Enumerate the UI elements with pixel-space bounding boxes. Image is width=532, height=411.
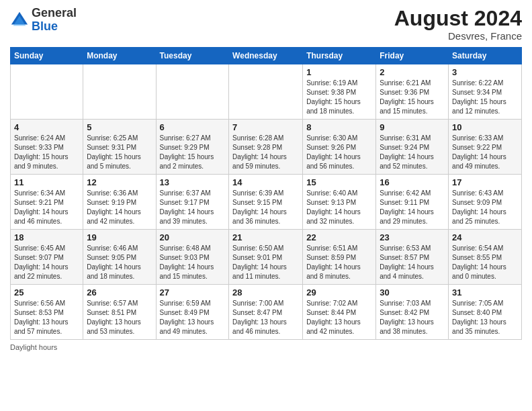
day-info: Sunrise: 7:00 AM Sunset: 8:47 PM Dayligh… bbox=[232, 299, 299, 336]
calendar-cell: 8Sunrise: 6:30 AM Sunset: 9:26 PM Daylig… bbox=[303, 120, 376, 175]
calendar-cell: 27Sunrise: 6:59 AM Sunset: 8:49 PM Dayli… bbox=[156, 285, 229, 340]
day-number: 31 bbox=[452, 287, 518, 298]
day-header-sunday: Sunday bbox=[11, 48, 83, 64]
calendar-cell: 3Sunrise: 6:22 AM Sunset: 9:34 PM Daylig… bbox=[449, 64, 522, 120]
calendar-cell: 23Sunrise: 6:53 AM Sunset: 8:57 PM Dayli… bbox=[376, 230, 449, 285]
day-number: 20 bbox=[160, 232, 226, 242]
calendar-cell: 31Sunrise: 7:05 AM Sunset: 8:40 PM Dayli… bbox=[449, 285, 522, 340]
day-info: Sunrise: 6:27 AM Sunset: 9:29 PM Dayligh… bbox=[160, 134, 226, 171]
day-number: 24 bbox=[452, 232, 518, 242]
day-number: 19 bbox=[87, 232, 152, 242]
calendar-cell: 5Sunrise: 6:25 AM Sunset: 9:31 PM Daylig… bbox=[83, 120, 156, 175]
day-info: Sunrise: 7:03 AM Sunset: 8:42 PM Dayligh… bbox=[380, 299, 445, 336]
calendar-cell: 25Sunrise: 6:56 AM Sunset: 8:53 PM Dayli… bbox=[11, 285, 83, 340]
day-number: 11 bbox=[14, 177, 79, 187]
day-info: Sunrise: 6:43 AM Sunset: 9:09 PM Dayligh… bbox=[452, 189, 518, 226]
day-info: Sunrise: 6:30 AM Sunset: 9:26 PM Dayligh… bbox=[306, 134, 372, 171]
day-number: 22 bbox=[306, 232, 372, 242]
day-number: 14 bbox=[232, 177, 299, 187]
location-subtitle: Desvres, France bbox=[394, 30, 522, 42]
calendar-cell: 7Sunrise: 6:28 AM Sunset: 9:28 PM Daylig… bbox=[229, 120, 303, 175]
day-info: Sunrise: 6:39 AM Sunset: 9:15 PM Dayligh… bbox=[232, 189, 299, 226]
day-info: Sunrise: 6:50 AM Sunset: 9:01 PM Dayligh… bbox=[232, 244, 299, 281]
month-year-title: August 2024 bbox=[394, 7, 522, 30]
day-info: Sunrise: 6:59 AM Sunset: 8:49 PM Dayligh… bbox=[160, 299, 226, 336]
day-info: Sunrise: 6:48 AM Sunset: 9:03 PM Dayligh… bbox=[160, 244, 226, 281]
calendar-cell: 19Sunrise: 6:46 AM Sunset: 9:05 PM Dayli… bbox=[83, 230, 156, 285]
day-header-tuesday: Tuesday bbox=[156, 48, 229, 64]
calendar-cell: 6Sunrise: 6:27 AM Sunset: 9:29 PM Daylig… bbox=[156, 120, 229, 175]
day-number: 16 bbox=[380, 177, 445, 187]
calendar-cell: 13Sunrise: 6:37 AM Sunset: 9:17 PM Dayli… bbox=[156, 175, 229, 230]
day-info: Sunrise: 6:51 AM Sunset: 8:59 PM Dayligh… bbox=[306, 244, 372, 281]
day-info: Sunrise: 6:42 AM Sunset: 9:11 PM Dayligh… bbox=[380, 189, 445, 226]
week-row-2: 4Sunrise: 6:24 AM Sunset: 9:33 PM Daylig… bbox=[11, 120, 522, 175]
logo-text: General Blue bbox=[32, 7, 77, 34]
day-number: 6 bbox=[160, 122, 226, 132]
logo-icon bbox=[10, 11, 29, 30]
day-info: Sunrise: 7:05 AM Sunset: 8:40 PM Dayligh… bbox=[452, 299, 518, 336]
day-number: 12 bbox=[87, 177, 152, 187]
calendar-cell: 16Sunrise: 6:42 AM Sunset: 9:11 PM Dayli… bbox=[376, 175, 449, 230]
day-number: 28 bbox=[232, 287, 299, 298]
day-number: 7 bbox=[232, 122, 299, 132]
day-number: 23 bbox=[380, 232, 445, 242]
day-number: 18 bbox=[14, 232, 79, 242]
calendar-cell: 9Sunrise: 6:31 AM Sunset: 9:24 PM Daylig… bbox=[376, 120, 449, 175]
day-number: 5 bbox=[87, 122, 152, 132]
day-info: Sunrise: 6:37 AM Sunset: 9:17 PM Dayligh… bbox=[160, 189, 226, 226]
day-info: Sunrise: 6:31 AM Sunset: 9:24 PM Dayligh… bbox=[380, 134, 445, 171]
day-header-friday: Friday bbox=[376, 48, 449, 64]
calendar-cell bbox=[11, 64, 83, 120]
week-row-4: 18Sunrise: 6:45 AM Sunset: 9:07 PM Dayli… bbox=[11, 230, 522, 285]
day-header-saturday: Saturday bbox=[449, 48, 522, 64]
week-row-5: 25Sunrise: 6:56 AM Sunset: 8:53 PM Dayli… bbox=[11, 285, 522, 340]
calendar-cell: 26Sunrise: 6:57 AM Sunset: 8:51 PM Dayli… bbox=[83, 285, 156, 340]
day-info: Sunrise: 6:40 AM Sunset: 9:13 PM Dayligh… bbox=[306, 189, 372, 226]
day-number: 1 bbox=[306, 67, 372, 77]
calendar-cell: 1Sunrise: 6:19 AM Sunset: 9:38 PM Daylig… bbox=[303, 64, 376, 120]
day-info: Sunrise: 6:28 AM Sunset: 9:28 PM Dayligh… bbox=[232, 134, 299, 171]
calendar-cell: 12Sunrise: 6:36 AM Sunset: 9:19 PM Dayli… bbox=[83, 175, 156, 230]
week-row-3: 11Sunrise: 6:34 AM Sunset: 9:21 PM Dayli… bbox=[11, 175, 522, 230]
calendar-cell: 29Sunrise: 7:02 AM Sunset: 8:44 PM Dayli… bbox=[303, 285, 376, 340]
day-info: Sunrise: 6:22 AM Sunset: 9:34 PM Dayligh… bbox=[452, 79, 518, 116]
day-info: Sunrise: 6:25 AM Sunset: 9:31 PM Dayligh… bbox=[87, 134, 152, 171]
day-number: 15 bbox=[306, 177, 372, 187]
day-number: 21 bbox=[232, 232, 299, 242]
logo-blue-text: Blue bbox=[32, 20, 77, 34]
page-container: General Blue August 2024 Desvres, France… bbox=[0, 0, 532, 358]
day-number: 2 bbox=[380, 67, 445, 77]
calendar-cell: 28Sunrise: 7:00 AM Sunset: 8:47 PM Dayli… bbox=[229, 285, 303, 340]
calendar-cell: 24Sunrise: 6:54 AM Sunset: 8:55 PM Dayli… bbox=[449, 230, 522, 285]
calendar-cell: 21Sunrise: 6:50 AM Sunset: 9:01 PM Dayli… bbox=[229, 230, 303, 285]
day-number: 27 bbox=[160, 287, 226, 298]
day-info: Sunrise: 6:21 AM Sunset: 9:36 PM Dayligh… bbox=[380, 79, 445, 116]
day-header-thursday: Thursday bbox=[303, 48, 376, 64]
day-number: 4 bbox=[14, 122, 79, 132]
day-info: Sunrise: 6:45 AM Sunset: 9:07 PM Dayligh… bbox=[14, 244, 79, 281]
day-number: 25 bbox=[14, 287, 79, 298]
logo-general-text: General bbox=[32, 7, 77, 20]
day-number: 29 bbox=[306, 287, 372, 298]
calendar-cell: 10Sunrise: 6:33 AM Sunset: 9:22 PM Dayli… bbox=[449, 120, 522, 175]
day-number: 30 bbox=[380, 287, 445, 298]
day-info: Sunrise: 6:36 AM Sunset: 9:19 PM Dayligh… bbox=[87, 189, 152, 226]
day-info: Sunrise: 6:46 AM Sunset: 9:05 PM Dayligh… bbox=[87, 244, 152, 281]
calendar-cell: 2Sunrise: 6:21 AM Sunset: 9:36 PM Daylig… bbox=[376, 64, 449, 120]
title-block: August 2024 Desvres, France bbox=[394, 7, 522, 42]
day-info: Sunrise: 6:56 AM Sunset: 8:53 PM Dayligh… bbox=[14, 299, 79, 336]
calendar-cell: 4Sunrise: 6:24 AM Sunset: 9:33 PM Daylig… bbox=[11, 120, 83, 175]
calendar-cell bbox=[83, 64, 156, 120]
calendar-cell: 30Sunrise: 7:03 AM Sunset: 8:42 PM Dayli… bbox=[376, 285, 449, 340]
calendar-cell: 18Sunrise: 6:45 AM Sunset: 9:07 PM Dayli… bbox=[11, 230, 83, 285]
calendar-cell: 22Sunrise: 6:51 AM Sunset: 8:59 PM Dayli… bbox=[303, 230, 376, 285]
day-number: 17 bbox=[452, 177, 518, 187]
day-number: 13 bbox=[160, 177, 226, 187]
calendar-cell: 15Sunrise: 6:40 AM Sunset: 9:13 PM Dayli… bbox=[303, 175, 376, 230]
day-info: Sunrise: 6:54 AM Sunset: 8:55 PM Dayligh… bbox=[452, 244, 518, 281]
day-number: 9 bbox=[380, 122, 445, 132]
calendar-cell: 17Sunrise: 6:43 AM Sunset: 9:09 PM Dayli… bbox=[449, 175, 522, 230]
calendar-cell bbox=[229, 64, 303, 120]
day-info: Sunrise: 7:02 AM Sunset: 8:44 PM Dayligh… bbox=[306, 299, 372, 336]
